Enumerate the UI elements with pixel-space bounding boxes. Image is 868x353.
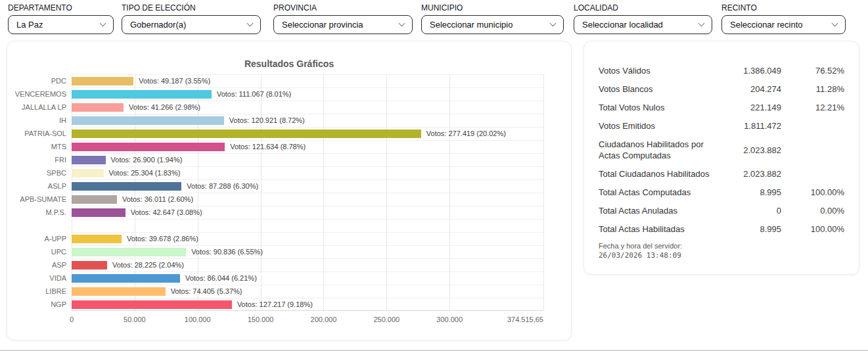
- summary-value: 1.811.472: [716, 121, 781, 131]
- summary-percent: 100.00%: [787, 187, 844, 197]
- bar-row: MTSVotos: 121.634 (8.78%): [72, 140, 543, 153]
- filter-select-3[interactable]: Seleccionar municipio: [421, 15, 564, 34]
- bar-value-label: Votos: 49.187 (3.55%): [139, 77, 210, 85]
- filter-select-4[interactable]: Seleccionar localidad: [574, 15, 712, 34]
- bar-category-label: UPC: [0, 248, 66, 256]
- summary-value: 8.995: [716, 187, 781, 197]
- summary-label: Votos Blancos: [599, 83, 710, 95]
- bar-row: LIBREVotos: 74.405 (5.37%): [72, 285, 543, 298]
- x-tick-label: 300.000: [436, 316, 463, 323]
- chevron-down-icon: [100, 20, 106, 27]
- bar-value-label: Votos: 26.900 (1.94%): [111, 156, 183, 164]
- summary-row: Total Votos Nulos221.14912.21%: [599, 102, 844, 113]
- chevron-down-icon: [832, 20, 838, 27]
- bar-row: NGPVotos: 127.217 (9.18%): [72, 298, 543, 311]
- server-time-block: Fecha y hora del servidor:26/03/2026 13:…: [599, 242, 844, 260]
- bar-ih: [72, 116, 224, 125]
- summary-label: Votos Válidos: [599, 65, 710, 76]
- bar-value-label: Votos: 74.405 (5.37%): [171, 287, 242, 295]
- filter-group-5: RECINTOSeleccionar recinto: [721, 3, 846, 34]
- bar-value-label: Votos: 25.304 (1.83%): [109, 169, 181, 177]
- filter-select-0[interactable]: La Paz: [8, 15, 114, 34]
- summary-label: Total Actas Computadas: [599, 187, 710, 198]
- bar-pdc: [72, 77, 133, 85]
- bar-value-label: Votos: 90.836 (6.55%): [191, 248, 263, 256]
- filter-group-4: LOCALIDADSeleccionar localidad: [574, 3, 712, 34]
- bar-spbc: [72, 169, 104, 177]
- bar-category-label: JALLALLA LP: [0, 103, 66, 111]
- bar-row: APB-SUMATEVotos: 36.011 (2.60%): [72, 193, 543, 206]
- filter-label: LOCALIDAD: [574, 3, 712, 12]
- summary-label: Total Ciudadanos Habilitados: [599, 168, 710, 179]
- filter-selected-value: Seleccionar recinto: [730, 20, 803, 30]
- bar-row: UPCVotos: 90.836 (6.55%): [72, 245, 543, 258]
- summary-row: Total Ciudadanos Habilitados2.023.882: [599, 168, 844, 179]
- bar-category-label: ASLP: [0, 182, 66, 190]
- server-time-value: 26/03/2026 13:48:09: [599, 251, 844, 260]
- summary-value: 1.386.049: [716, 66, 781, 76]
- filter-group-1: TIPO DE ELECCIÓNGobernador(a): [122, 3, 261, 34]
- bar-row: PDCVotos: 49.187 (3.55%): [72, 74, 543, 87]
- filter-selected-value: Gobernador(a): [130, 20, 186, 30]
- summary-row: Ciudadanos Habilitados por Actas Computa…: [599, 139, 844, 161]
- bar-row: VENCEREMOSVotos: 111.067 (8.01%): [72, 87, 543, 101]
- filter-select-5[interactable]: Seleccionar recinto: [721, 15, 846, 34]
- bar-ngp: [72, 300, 232, 309]
- summary-percent: 12.21%: [787, 103, 844, 112]
- bar-row: PATRIA-SOLVotos: 277.419 (20.02%): [72, 127, 543, 140]
- bar-value-label: Votos: 42.647 (3.08%): [131, 208, 202, 216]
- bar-category-label: MTS: [0, 143, 66, 151]
- filter-label: PROVINCIA: [273, 3, 413, 12]
- gridline: [543, 74, 544, 310]
- bar-m-p-s-: [72, 208, 126, 217]
- bar-category-label: NGP: [0, 300, 66, 308]
- bar-category-label: VENCEREMOS: [0, 90, 66, 98]
- filter-label: TIPO DE ELECCIÓN: [122, 3, 261, 12]
- x-tick-label: 374.515,65: [507, 316, 543, 323]
- summary-row: Total Actas Habilitadas8.995100.00%: [599, 224, 844, 235]
- filter-group-3: MUNICIPIOSeleccionar municipio: [421, 3, 564, 34]
- filter-label: DEPARTAMENTO: [8, 3, 114, 12]
- bar-row: SPBCVotos: 25.304 (1.83%): [72, 166, 543, 179]
- bar-category-label: LIBRE: [0, 287, 66, 295]
- results-chart-card: Resultados Gráficos PDCVotos: 49.187 (3.…: [7, 41, 572, 341]
- bar-chart-plot: PDCVotos: 49.187 (3.55%)VENCEREMOSVotos:…: [72, 74, 543, 311]
- chart-title: Resultados Gráficos: [7, 59, 571, 69]
- bar-value-label: Votos: 120.921 (8.72%): [229, 116, 305, 124]
- bar-category-label: APB-SUMATE: [0, 195, 66, 203]
- bar-category-label: ASP: [0, 261, 66, 269]
- bar-fri: [72, 156, 106, 164]
- summary-value: 0: [716, 206, 781, 216]
- bar-row: ASLPVotos: 87.288 (6.30%): [72, 179, 543, 193]
- bar-value-label: Votos: 41.266 (2.98%): [129, 103, 200, 111]
- bar-row: [72, 219, 543, 232]
- summary-percent: 0.00%: [787, 206, 844, 216]
- bar-jallalla-lp: [72, 103, 124, 112]
- bar-category-label: A-UPP: [0, 235, 66, 243]
- bar-category-label: VIDA: [0, 274, 66, 282]
- filter-group-2: PROVINCIASeleccionar provincia: [273, 3, 413, 34]
- bar-row: JALLALLA LPVotos: 41.266 (2.98%): [72, 101, 543, 114]
- bar-value-label: Votos: 127.217 (9.18%): [237, 300, 313, 308]
- filter-select-1[interactable]: Gobernador(a): [122, 15, 261, 34]
- summary-row: Votos Válidos1.386.04976.52%: [599, 65, 844, 76]
- bar-asp: [72, 261, 107, 270]
- bar-value-label: Votos: 277.419 (20.02%): [426, 129, 506, 137]
- page-divider: [0, 350, 868, 351]
- server-time-label: Fecha y hora del servidor:: [599, 242, 844, 250]
- summary-percent: 100.00%: [787, 224, 844, 234]
- bar-aslp: [72, 182, 181, 191]
- bar-vida: [72, 274, 180, 283]
- bar-venceremos: [72, 90, 212, 99]
- summary-value: 221.149: [716, 103, 781, 112]
- bar-value-label: Votos: 87.288 (6.30%): [187, 182, 258, 190]
- x-tick-label: 200.000: [311, 316, 337, 323]
- filter-selected-value: La Paz: [16, 20, 43, 30]
- summary-row: Total Actas Computadas8.995100.00%: [599, 187, 844, 198]
- summary-label: Total Actas Habilitadas: [599, 224, 710, 235]
- bar-category-label: PDC: [0, 77, 66, 85]
- bar-row: ASPVotos: 28.225 (2.04%): [72, 258, 543, 271]
- summary-percent: 11.28%: [787, 84, 844, 94]
- filter-select-2[interactable]: Seleccionar provincia: [273, 15, 413, 34]
- filter-selected-value: Seleccionar localidad: [582, 20, 663, 30]
